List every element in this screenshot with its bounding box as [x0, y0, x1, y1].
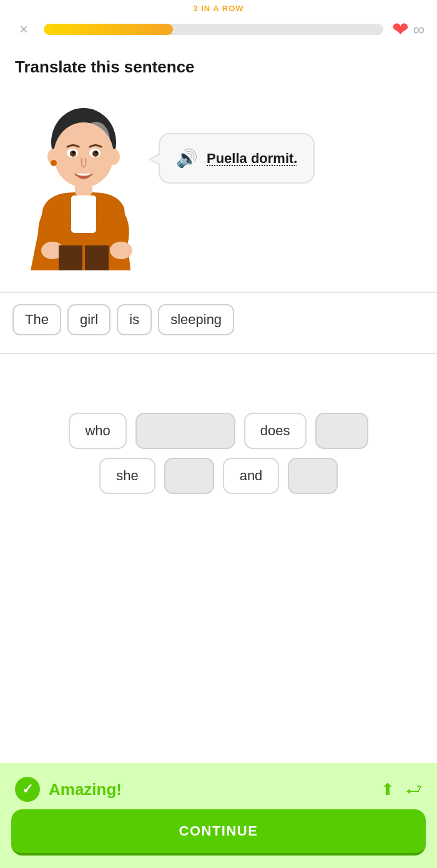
speech-bubble[interactable]: 🔊 Puella dormit. — [159, 133, 315, 184]
progress-fill — [44, 24, 173, 35]
character-figure — [15, 96, 152, 279]
character-area: 🔊 Puella dormit. — [0, 83, 437, 279]
word-chip-used-3 — [164, 458, 214, 494]
word-bank-row-2: she and — [11, 458, 426, 494]
streak-label: 3 IN A ROW — [193, 4, 243, 13]
svg-rect-13 — [71, 195, 96, 233]
word-chip-who[interactable]: who — [69, 413, 126, 449]
word-chip-she[interactable]: she — [99, 458, 155, 494]
svg-rect-16 — [59, 245, 82, 270]
word-chip-and[interactable]: and — [223, 458, 279, 494]
svg-rect-17 — [85, 245, 109, 270]
success-actions: ⬆ ⮐ — [381, 780, 422, 799]
answer-area: The girl is sleeping — [0, 292, 437, 348]
svg-point-15 — [110, 242, 132, 259]
latin-sentence: Puella dormit. — [207, 150, 297, 167]
answer-chip-girl[interactable]: girl — [67, 304, 110, 335]
character-svg — [15, 96, 152, 277]
answer-chip-is[interactable]: is — [117, 304, 152, 335]
heart-area: ❤ ∞ — [392, 17, 425, 41]
success-message-row: ✓ Amazing! ⬆ ⮐ — [0, 763, 437, 809]
word-bank: who does she and — [0, 404, 437, 503]
word-bank-row-1: who does — [11, 413, 426, 449]
word-chip-used-2 — [315, 413, 368, 449]
success-left: ✓ Amazing! — [15, 777, 122, 802]
svg-point-11 — [95, 151, 97, 154]
amazing-text: Amazing! — [49, 780, 122, 799]
continue-button[interactable]: CONTINUE — [11, 809, 426, 856]
speaker-icon[interactable]: 🔊 — [176, 148, 198, 169]
svg-point-5 — [107, 149, 120, 165]
answer-chip-the[interactable]: The — [12, 304, 61, 335]
close-button[interactable]: × — [12, 18, 35, 41]
infinity-icon: ∞ — [413, 20, 425, 39]
progress-bar — [44, 24, 383, 35]
word-chip-used-1 — [135, 413, 235, 449]
svg-point-8 — [72, 151, 75, 154]
flag-icon[interactable]: ⮐ — [406, 780, 422, 799]
instruction-text: Translate this sentence — [0, 47, 437, 83]
answer-chip-sleeping[interactable]: sleeping — [158, 304, 234, 335]
word-chip-used-4 — [288, 458, 338, 494]
success-bar: ✓ Amazing! ⬆ ⮐ CONTINUE — [0, 763, 437, 868]
heart-icon: ❤ — [392, 17, 409, 41]
check-circle: ✓ — [15, 777, 40, 802]
top-bar: 3 IN A ROW × ❤ ∞ — [0, 0, 437, 47]
word-chip-does[interactable]: does — [244, 413, 307, 449]
share-icon[interactable]: ⬆ — [381, 780, 395, 799]
svg-point-4 — [51, 160, 57, 166]
